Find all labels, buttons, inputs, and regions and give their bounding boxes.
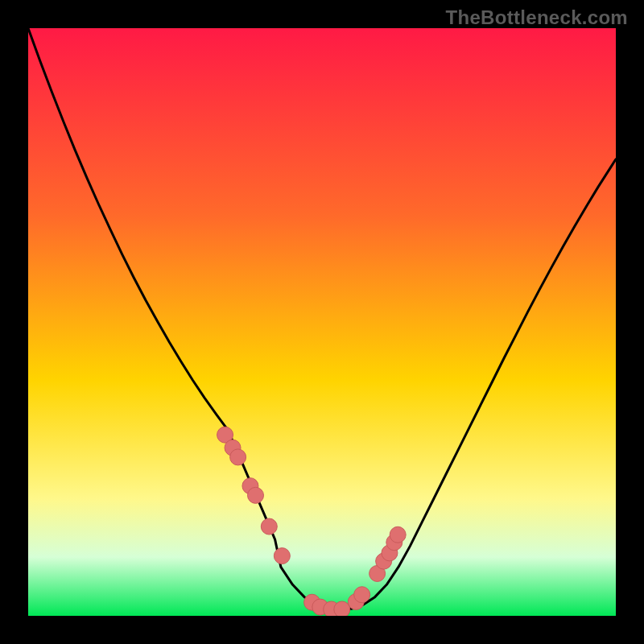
marker-point — [274, 548, 290, 564]
chart-stage: TheBottleneck.com — [0, 0, 644, 644]
marker-point — [334, 601, 350, 616]
marker-point — [261, 518, 277, 535]
marker-point — [354, 587, 370, 603]
gradient-background — [28, 28, 616, 616]
attribution-text: TheBottleneck.com — [446, 6, 628, 29]
marker-point — [248, 487, 264, 503]
chart-svg — [28, 28, 616, 616]
plot-area — [28, 28, 616, 616]
marker-point — [230, 449, 246, 465]
marker-point — [390, 526, 406, 543]
